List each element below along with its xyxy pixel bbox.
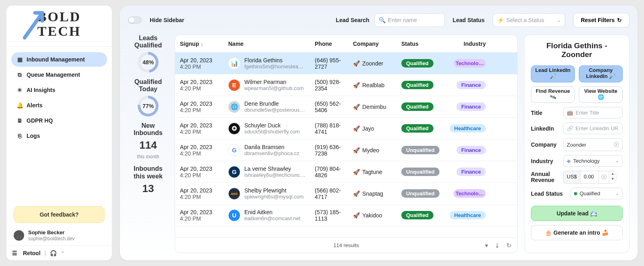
cell-company: 🚀Yakidoo [353, 212, 401, 219]
cell-signup: Apr 20, 20234:20 PM [180, 209, 228, 222]
status-dot-icon [574, 192, 577, 195]
reset-filters-button[interactable]: Reset Filters ↻ [573, 13, 630, 27]
cell-phone: (500) 928-2354 [315, 79, 353, 92]
company-logo-icon: ✪ [228, 123, 240, 135]
step-up-icon[interactable]: ▲ [609, 171, 616, 176]
company-logo-icon: G [228, 144, 240, 156]
feedback-button[interactable]: Got feedback? [14, 206, 105, 223]
clear-icon[interactable]: ⓧ [614, 141, 619, 148]
footer-brand[interactable]: Retool [23, 250, 41, 256]
sidebar-nav: ▦ Inbound Management ⧉ Queue Management … [6, 47, 112, 149]
chevron-up-icon[interactable]: ⌃ [61, 251, 64, 256]
metric-leads-qualified-value: 48% [142, 59, 154, 65]
sidebar-item-queue[interactable]: ⧉ Queue Management [11, 68, 107, 82]
table-row[interactable]: Apr 20, 20234:20 PM U Enid Aitken eaitke… [175, 205, 517, 226]
clear-icon[interactable]: ⓧ [599, 171, 609, 184]
table-row[interactable]: Apr 20, 20234:20 PM G La verne Shrawley … [175, 161, 517, 183]
table-body: Apr 20, 20234:20 PM 📊 Florida Gethins fg… [175, 53, 517, 237]
company-logo-icon: 📊 [228, 57, 240, 70]
bell-icon: 🔔 [16, 102, 23, 109]
col-name[interactable]: Name [228, 41, 315, 47]
download-icon[interactable]: ⤓ [495, 242, 500, 249]
main-panel: Hide Sidebar Lead Search 🔍 Enter name Le… [120, 6, 638, 260]
sidebar-item-inbound[interactable]: ▦ Inbound Management [11, 52, 107, 67]
table-row[interactable]: Apr 20, 20234:20 PM G Danila Bramsen dbr… [175, 139, 517, 161]
update-lead-button[interactable]: Update lead 📇 [531, 206, 623, 221]
toolbar: Hide Sidebar Lead Search 🔍 Enter name Le… [128, 13, 630, 27]
rocket-icon: 🚀 [353, 82, 360, 88]
table-row[interactable]: Apr 20, 20234:20 PM 🌐 Dene Brundle dbrun… [175, 96, 517, 118]
col-industry[interactable]: Industry [446, 41, 486, 47]
table-row[interactable]: Apr 20, 20234:20 PM E Wilmer Pearman wpe… [175, 74, 517, 96]
step-down-icon[interactable]: ▼ [609, 176, 616, 182]
rocket-icon: 🚀 [353, 147, 360, 153]
sidebar-item-ai[interactable]: ✳ AI Insights [11, 83, 107, 97]
cell-name: U Enid Aitken eaitken6n@comcast.net [228, 209, 315, 221]
col-company[interactable]: Company [353, 41, 401, 47]
cell-status: Qualified [401, 59, 446, 68]
table-row[interactable]: Apr 20, 20234:20 PM ✪ Schuyler Duck sduc… [175, 118, 517, 139]
title-input[interactable]: 💼 Enter Title [563, 107, 623, 119]
col-signup[interactable]: Signup ↓ [180, 41, 228, 47]
tag-icon: ◆ [567, 158, 571, 164]
layers-icon: ⧉ [16, 71, 23, 78]
sidebar-item-alerts[interactable]: 🔔 Alerts [11, 98, 107, 113]
sidebar-item-label: Inbound Management [27, 56, 85, 63]
lead-status-select[interactable]: ⚡ Select a Status ⌄ [493, 13, 565, 27]
detail-title: Florida Gethins - Zoonder [531, 41, 623, 59]
table-row[interactable]: Apr 20, 20234:20 PM aws Shelby Plewright… [175, 183, 517, 205]
cell-phone: (788) 818-4741 [315, 122, 353, 135]
cell-phone: (573) 185-1113 [315, 209, 353, 222]
field-linkedin-label: LinkedIn [531, 125, 560, 132]
hide-sidebar-toggle[interactable] [128, 16, 142, 24]
cell-status: Qualified [401, 81, 446, 89]
sidebar-item-logs[interactable]: ⎘ Logs [11, 129, 107, 143]
filter-icon[interactable]: ▾ [485, 242, 488, 249]
find-revenue-button[interactable]: Find Revenue 🛰️ [531, 86, 575, 103]
cell-company: 🚀Tagtune [353, 169, 401, 175]
logo: BOLD TECH [6, 6, 112, 47]
revenue-stepper[interactable]: US$ 0.00 ⓧ ▲ ▼ [563, 171, 616, 184]
refresh-icon: ↻ [617, 17, 622, 23]
generate-intro-button[interactable]: 🎂 Generate an intro 🍰 [531, 225, 623, 240]
cell-name: 📊 Florida Gethins fgethins5m@homestea… [228, 57, 315, 70]
linkedin-input[interactable]: 🔗 Enter LinkedIn UR [563, 123, 623, 134]
brand-wordmark: BOLD TECH [37, 10, 81, 38]
col-status[interactable]: Status [401, 41, 446, 47]
lead-search-label: Lead Search [336, 17, 369, 23]
lead-search-input[interactable]: 🔍 Enter name [374, 13, 445, 27]
company-input[interactable]: Zoonder ⓧ [563, 138, 623, 151]
cell-signup: Apr 20, 20234:20 PM [180, 122, 228, 135]
current-user[interactable]: 🎧 Sophie Becker sophie@boldtech.dev [6, 229, 112, 246]
cell-status: Unqualified [401, 189, 446, 198]
headphones-icon[interactable]: 🎧 [50, 250, 57, 256]
cell-industry: Technolo… [446, 59, 486, 68]
metrics-column: Leads Qualified 48% Qualified Today 77% … [128, 35, 168, 253]
rocket-icon: 🚀 [353, 60, 360, 67]
col-phone[interactable]: Phone [315, 41, 353, 47]
cell-status: Qualified [401, 102, 446, 111]
sidebar-item-gdpr[interactable]: 🗎 GDPR HQ [11, 113, 107, 128]
view-website-button[interactable]: View Website 🌐 [579, 86, 623, 103]
metric-leads-qualified-ring: 48% [138, 52, 159, 73]
refresh-icon[interactable]: ↻ [506, 242, 512, 249]
cell-signup: Apr 20, 20234:20 PM [180, 144, 228, 157]
status-select[interactable]: Qualified ⌄ [570, 188, 623, 199]
cell-phone: (919) 636-7238 [315, 144, 353, 157]
arrow-up-icon [23, 9, 44, 43]
grid-icon: ▦ [16, 56, 23, 63]
cell-company: 🚀Realblab [353, 82, 401, 88]
industry-select[interactable]: ◆ Technology ⌄ [563, 155, 623, 167]
document-icon: 🗎 [16, 117, 23, 124]
company-linkedin-button[interactable]: Company LinkedIn 🔎 [579, 65, 623, 82]
table-row[interactable]: Apr 20, 20234:20 PM 📊 Florida Gethins fg… [175, 53, 517, 74]
lead-status-label: Lead Status [453, 17, 485, 23]
revenue-value[interactable]: 0.00 [580, 171, 599, 184]
lead-linkedin-button[interactable]: Lead LinkedIn 🔎 [531, 65, 575, 82]
sort-down-icon: ↓ [200, 41, 203, 47]
lead-detail-panel: Florida Gethins - Zoonder Lead LinkedIn … [524, 35, 630, 253]
rocket-icon: 🚀 [353, 190, 360, 197]
cell-name: G La verne Shrawley lshrawley6u@techcrun… [228, 166, 315, 178]
cell-industry: Finance [446, 168, 486, 176]
sidebar-item-label: GDPR HQ [27, 117, 53, 124]
